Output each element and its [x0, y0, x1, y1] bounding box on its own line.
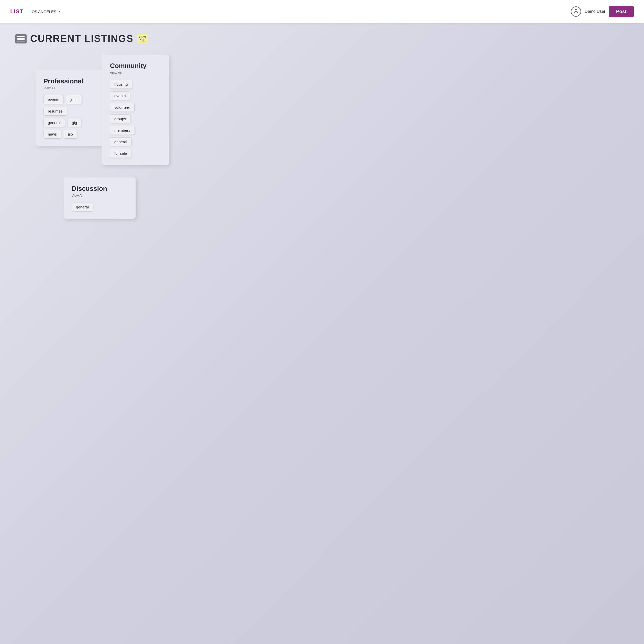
view-all-badge[interactable]: VIEWALL	[137, 34, 148, 43]
tag-for-sale[interactable]: for sale	[110, 149, 131, 158]
discussion-view-all[interactable]: View All	[72, 194, 128, 197]
tag-row: general	[72, 203, 128, 212]
svg-point-0	[575, 9, 577, 12]
tag-row: events	[110, 91, 161, 100]
tag-row: groups	[110, 114, 161, 123]
professional-tag-grid: events jobs resumes general gig news iso	[43, 95, 100, 139]
location-text: LOS ANGELES	[30, 9, 56, 14]
header: LIST LOS ANGELES ▼ Demo User Post	[0, 0, 644, 23]
tag-row: housing	[110, 80, 161, 89]
tag-events[interactable]: events	[110, 91, 130, 100]
tag-housing[interactable]: housing	[110, 80, 132, 89]
community-card: Community View All housing events volunt…	[102, 55, 169, 165]
tag-general[interactable]: general	[72, 203, 93, 212]
professional-card-title: Professional	[43, 77, 100, 85]
tag-events[interactable]: events	[43, 95, 63, 104]
header-right: Demo User Post	[571, 6, 634, 17]
tag-row: members	[110, 126, 161, 135]
tag-gig[interactable]: gig	[68, 118, 81, 127]
discussion-card: Discussion View All general	[64, 177, 136, 219]
logo[interactable]: LIST	[10, 8, 24, 15]
community-tag-grid: housing events volunteer groups members …	[110, 80, 161, 158]
tag-members[interactable]: members	[110, 126, 135, 135]
tag-row: events jobs	[43, 95, 100, 104]
main-content: CURRENT LISTINGS VIEWALL Professional Vi…	[0, 23, 644, 249]
cards-area: Professional View All events jobs resume…	[15, 55, 629, 234]
page-title-area: CURRENT LISTINGS VIEWALL	[15, 33, 629, 44]
discussion-card-title: Discussion	[72, 185, 128, 193]
tag-resumes[interactable]: resumes	[43, 107, 67, 116]
title-divider	[15, 47, 164, 47]
professional-card: Professional View All events jobs resume…	[36, 70, 107, 146]
header-left: LIST LOS ANGELES ▼	[10, 8, 61, 15]
tag-row: general gig	[43, 118, 100, 127]
tag-row: news iso	[43, 130, 100, 139]
tag-row: general	[110, 137, 161, 146]
page-title: CURRENT LISTINGS	[30, 33, 134, 44]
tag-news[interactable]: news	[43, 130, 61, 139]
community-card-title: Community	[110, 62, 161, 70]
location-selector[interactable]: LOS ANGELES ▼	[30, 9, 61, 14]
tag-row: resumes	[43, 107, 100, 116]
tag-row: for sale	[110, 149, 161, 158]
tag-row: volunteer	[110, 103, 161, 112]
professional-view-all[interactable]: View All	[43, 86, 100, 90]
tag-general[interactable]: general	[110, 137, 131, 146]
listings-icon	[15, 34, 27, 43]
post-button[interactable]: Post	[609, 6, 634, 17]
tag-volunteer[interactable]: volunteer	[110, 103, 135, 112]
community-view-all[interactable]: View All	[110, 71, 161, 75]
tag-iso[interactable]: iso	[64, 130, 77, 139]
user-avatar-icon	[571, 6, 581, 17]
tag-general[interactable]: general	[43, 118, 65, 127]
tag-groups[interactable]: groups	[110, 114, 130, 123]
chevron-down-icon: ▼	[58, 10, 61, 13]
user-name: Demo User	[585, 9, 605, 14]
tag-jobs[interactable]: jobs	[66, 95, 82, 104]
discussion-tag-grid: general	[72, 203, 128, 212]
